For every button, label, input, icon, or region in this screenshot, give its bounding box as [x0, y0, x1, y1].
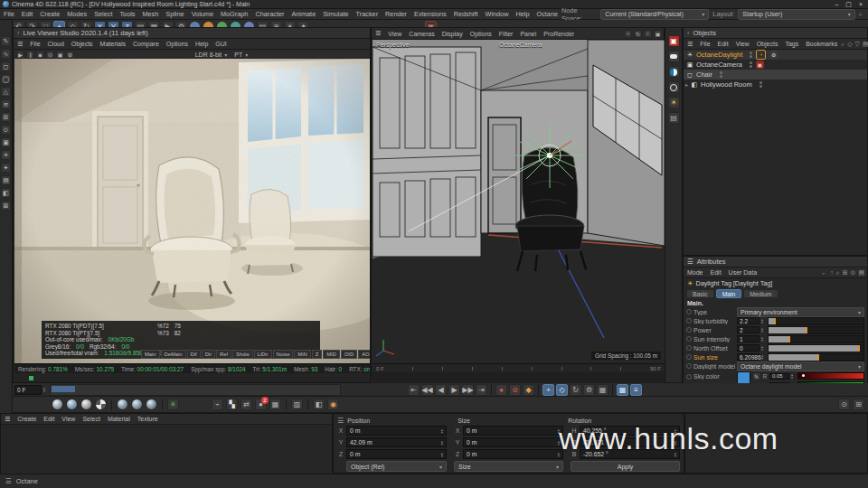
key-rotation-icon[interactable]: ↻: [570, 384, 581, 396]
material-tag-icon[interactable]: [131, 399, 143, 410]
north-offset-input[interactable]: 0: [737, 344, 760, 352]
lv-toolbar-icon[interactable]: ⊙: [46, 51, 54, 59]
ldr-dropdown[interactable]: LDR 8-bit▾: [195, 52, 228, 58]
tool-rail-icon[interactable]: ⊠: [1, 201, 11, 211]
goto-start-icon[interactable]: ⇤: [408, 384, 420, 396]
objects-header-icon[interactable]: ▽: [855, 41, 860, 48]
node-link-icon[interactable]: ⌁: [212, 399, 223, 410]
lv-toolbar-icon[interactable]: ■: [36, 51, 44, 59]
next-frame-icon[interactable]: ▶▶: [462, 384, 474, 396]
position-z-input[interactable]: 0 m▴▾: [346, 449, 447, 459]
menu-item[interactable]: Materials: [97, 41, 129, 47]
hamburger-icon[interactable]: ☰: [687, 258, 693, 266]
tool-rail-icon[interactable]: ▣: [1, 137, 11, 147]
camera-tag-icon[interactable]: ▣: [756, 61, 764, 69]
menu-item[interactable]: Texture: [134, 416, 162, 422]
octane-display-icon[interactable]: [668, 51, 680, 62]
coord-size-dropdown[interactable]: Size▾: [454, 461, 563, 472]
lv-toolbar-icon[interactable]: ▣: [56, 51, 64, 59]
octane-sun-icon[interactable]: ☀: [668, 97, 680, 108]
attributes-header-icon[interactable]: ⊞: [843, 269, 848, 277]
kernel-dropdown[interactable]: PT▾: [234, 52, 248, 58]
material-ball-icon[interactable]: [52, 399, 63, 410]
object-row-octanedaylight[interactable]: ☀ OctaneDaylight ＋ ⚙: [684, 50, 867, 60]
size-y-input[interactable]: 0 m▴▾: [463, 437, 563, 447]
coord-mode-dropdown[interactable]: Object (Rel)▾: [346, 461, 447, 472]
menu-item[interactable]: Modes: [63, 10, 90, 18]
sun-size-input[interactable]: 6.20986: [737, 353, 760, 361]
tool-rail-icon[interactable]: ◯: [1, 74, 11, 84]
octane-contrast-icon[interactable]: [668, 66, 680, 78]
visibility-dots[interactable]: [750, 52, 752, 58]
sky-r-slider[interactable]: [797, 372, 864, 380]
tool-rail-icon[interactable]: ☀: [1, 150, 11, 160]
viewport-nav-icon[interactable]: ↻: [634, 30, 642, 38]
snap-icon[interactable]: ⊙: [838, 399, 850, 410]
daylight-tag-icon[interactable]: ＋: [756, 50, 766, 60]
menu-item[interactable]: Edit: [40, 416, 58, 422]
eyedropper-icon[interactable]: ✎: [752, 372, 760, 380]
menu-item[interactable]: Cameras: [405, 31, 438, 37]
sun-intensity-slider[interactable]: [768, 335, 864, 343]
menu-item[interactable]: Tracker: [353, 10, 382, 18]
tab-medium[interactable]: Medium: [743, 289, 778, 298]
menu-item[interactable]: Objects: [68, 41, 97, 47]
menu-item[interactable]: Animate: [288, 10, 319, 18]
hamburger-icon[interactable]: ☰: [1, 416, 14, 423]
search-icon[interactable]: ⌕: [859, 10, 863, 18]
menu-item[interactable]: View: [384, 31, 405, 37]
visibility-dots[interactable]: [760, 81, 762, 88]
menu-item[interactable]: View: [732, 41, 753, 47]
attributes-header-icon[interactable]: ⌕: [836, 269, 840, 277]
menu-item[interactable]: Material: [104, 416, 134, 422]
menu-item[interactable]: Tags: [781, 41, 802, 47]
tool-rail-icon[interactable]: ◻: [1, 61, 11, 71]
tool-rail-icon[interactable]: ◧: [1, 188, 11, 198]
hamburger-icon[interactable]: ☰: [372, 30, 384, 37]
menu-item[interactable]: Select: [90, 10, 116, 18]
render-pass-button[interactable]: Dif: [187, 350, 201, 359]
menu-item[interactable]: Select: [79, 416, 103, 422]
material-edit-icon[interactable]: [117, 399, 128, 410]
powerslider-track[interactable]: [50, 384, 341, 396]
powerslider-handle[interactable]: [52, 386, 75, 392]
menu-item[interactable]: User Data: [725, 269, 761, 276]
layout-dropdown[interactable]: Startup (User)▾: [738, 9, 854, 20]
live-viewer-titlebar[interactable]: ‹ Live Viewer Studio 2020.1.4 (11 days l…: [14, 28, 370, 39]
autokey-icon[interactable]: ⊘: [509, 384, 521, 396]
lv-toolbar-icon[interactable]: ▶: [16, 51, 24, 59]
type-dropdown[interactable]: Primary environment▾: [737, 307, 864, 317]
render-pass-button[interactable]: Z: [312, 350, 323, 359]
timeline-ruler[interactable]: 0 F 90 F: [373, 363, 665, 372]
camera-label[interactable]: OctaneCamera: [499, 42, 542, 48]
tool-rail-icon[interactable]: △: [1, 87, 11, 97]
viewport-nav-icon[interactable]: ▣: [654, 30, 662, 38]
menu-item[interactable]: File: [696, 41, 713, 47]
menu-item[interactable]: Redshift: [450, 10, 482, 18]
menu-item[interactable]: Display: [439, 31, 467, 37]
menu-item[interactable]: File: [0, 10, 18, 18]
size-z-input[interactable]: 0 m▴▾: [463, 449, 563, 459]
menu-item[interactable]: Spline: [162, 10, 187, 18]
viewport-nav-icon[interactable]: ⌕: [644, 30, 652, 38]
render-image[interactable]: RTX 2080 Ti(PDT)[7.5]%7275 RTX 2080 Ti(P…: [14, 59, 370, 363]
menu-item[interactable]: Edit: [714, 41, 732, 47]
menu-item[interactable]: Help: [512, 10, 533, 18]
menu-item[interactable]: Tools: [116, 10, 138, 18]
record-icon[interactable]: ●: [495, 384, 507, 396]
node-editor-icon[interactable]: ● 2: [255, 399, 267, 410]
menu-item[interactable]: Create: [14, 416, 40, 422]
hamburger-icon[interactable]: ☰: [337, 417, 344, 425]
octane-focus-icon[interactable]: [668, 81, 680, 93]
menu-item[interactable]: Bookmarks: [802, 41, 841, 47]
menu-item[interactable]: Simulate: [319, 10, 352, 18]
keyframe-icon[interactable]: ◆: [523, 384, 534, 396]
key-parameter-icon[interactable]: ⚙: [583, 384, 595, 396]
key-pla-icon[interactable]: ▦: [597, 384, 609, 396]
power-input[interactable]: 2: [737, 326, 760, 333]
lv-toolbar-icon[interactable]: ⚙: [66, 51, 74, 59]
sky-turbidity-input[interactable]: 2.2: [737, 317, 760, 324]
goto-end-icon[interactable]: ⇥: [476, 384, 487, 396]
menu-item[interactable]: GUI: [212, 41, 230, 47]
checker-icon[interactable]: ▚: [226, 399, 238, 410]
